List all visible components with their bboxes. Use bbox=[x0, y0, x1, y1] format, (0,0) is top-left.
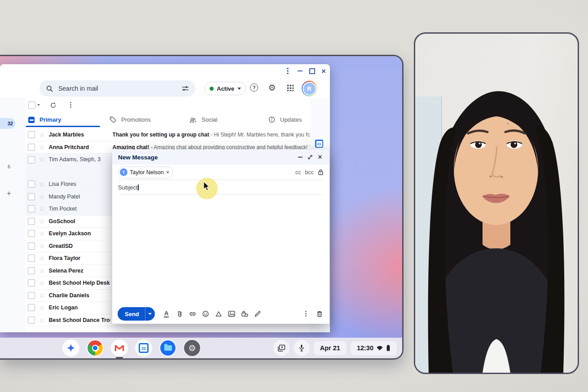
sidebar-inbox-count[interactable]: 32 bbox=[0, 118, 15, 129]
star-icon[interactable]: ☆ bbox=[39, 255, 45, 261]
calendar-app-icon[interactable]: 31 bbox=[135, 339, 152, 357]
calendar-rail-icon[interactable]: 31 bbox=[315, 140, 323, 148]
message-body-field[interactable] bbox=[112, 195, 329, 304]
star-icon[interactable]: ☆ bbox=[39, 194, 45, 200]
email-sender: Evelyn Jackson bbox=[49, 230, 110, 237]
more-options-icon[interactable] bbox=[302, 310, 309, 317]
insert-link-icon[interactable] bbox=[189, 310, 196, 317]
send-options-icon[interactable] bbox=[145, 307, 155, 321]
compose-close-icon[interactable]: × bbox=[315, 152, 325, 162]
help-icon[interactable]: ? bbox=[250, 83, 259, 92]
insert-emoji-icon[interactable] bbox=[202, 310, 209, 317]
insert-signature-icon[interactable] bbox=[254, 310, 261, 317]
tab-social[interactable]: Social bbox=[180, 112, 259, 127]
window-close-icon[interactable]: × bbox=[320, 67, 328, 75]
date-pill[interactable]: Apr 21 bbox=[314, 341, 347, 355]
wifi-icon bbox=[376, 345, 383, 351]
sidebar-add-label-button[interactable]: + bbox=[0, 189, 18, 198]
star-icon[interactable]: ☆ bbox=[39, 317, 45, 323]
email-row[interactable]: ☆ Jack Marbles Thank you for setting up … bbox=[26, 129, 310, 141]
sidebar-label-count: 6 bbox=[0, 164, 18, 169]
remove-recipient-icon[interactable]: × bbox=[166, 169, 170, 175]
email-checkbox[interactable] bbox=[28, 131, 35, 138]
apps-grid-icon[interactable] bbox=[285, 83, 294, 92]
formatting-options-icon[interactable]: A bbox=[163, 310, 170, 317]
insert-from-drive-icon[interactable] bbox=[215, 310, 222, 317]
refresh-icon[interactable] bbox=[50, 102, 57, 109]
star-icon[interactable]: ☆ bbox=[39, 292, 45, 299]
compose-minimize-icon[interactable] bbox=[295, 152, 305, 162]
chromeos-screen: × Search in mail Active ? ⚙ R 32 6 + bbox=[0, 55, 404, 360]
subject-field[interactable]: Subject bbox=[118, 180, 324, 195]
more-options-icon[interactable] bbox=[67, 102, 74, 108]
recipient-chip[interactable]: T Taylor Nelson × bbox=[118, 167, 173, 178]
tab-promotions[interactable]: Promotions bbox=[100, 112, 180, 127]
star-icon[interactable]: ☆ bbox=[39, 243, 45, 249]
gmail-app-icon[interactable] bbox=[111, 339, 128, 357]
account-avatar[interactable]: R bbox=[302, 81, 317, 96]
search-input[interactable]: Search in mail bbox=[39, 80, 195, 97]
compose-popout-icon[interactable] bbox=[305, 152, 315, 162]
star-icon[interactable]: ☆ bbox=[39, 181, 45, 187]
email-checkbox[interactable] bbox=[28, 317, 35, 324]
settings-app-icon[interactable]: ⚙ bbox=[184, 339, 201, 357]
email-checkbox[interactable] bbox=[28, 230, 35, 237]
star-icon[interactable]: ☆ bbox=[39, 304, 45, 311]
email-checkbox[interactable] bbox=[28, 218, 35, 225]
email-checkbox[interactable] bbox=[28, 205, 35, 212]
tab-primary[interactable]: Primary bbox=[26, 112, 100, 127]
star-icon[interactable]: ☆ bbox=[39, 156, 45, 163]
compose-header[interactable]: New Message × bbox=[112, 150, 329, 165]
list-toolbar bbox=[26, 98, 310, 112]
status-tray[interactable]: 12:30 bbox=[351, 341, 397, 355]
attach-file-icon[interactable] bbox=[176, 310, 183, 317]
email-checkbox[interactable] bbox=[28, 181, 35, 188]
recipients-row[interactable]: T Taylor Nelson × cc bcc bbox=[118, 165, 324, 180]
star-icon[interactable]: ☆ bbox=[39, 206, 45, 212]
browser-menu-icon[interactable] bbox=[284, 67, 292, 75]
email-sender: GreatISD bbox=[49, 243, 110, 249]
cc-toggle[interactable]: cc bbox=[295, 169, 301, 176]
window-minimize-icon[interactable] bbox=[296, 67, 304, 75]
screen-capture-button[interactable] bbox=[273, 340, 290, 356]
email-checkbox[interactable] bbox=[28, 242, 35, 250]
chrome-app-icon[interactable] bbox=[87, 339, 104, 357]
star-icon[interactable]: ☆ bbox=[39, 230, 45, 237]
star-icon[interactable]: ☆ bbox=[39, 132, 45, 138]
running-app-indicator bbox=[116, 357, 123, 358]
settings-gear-icon[interactable]: ⚙ bbox=[268, 83, 276, 92]
microphone-button[interactable] bbox=[294, 340, 310, 356]
bcc-toggle[interactable]: bcc bbox=[305, 169, 314, 176]
tag-icon bbox=[110, 116, 116, 123]
files-app-icon[interactable] bbox=[159, 339, 176, 357]
launcher-button[interactable] bbox=[62, 339, 79, 357]
email-checkbox[interactable] bbox=[28, 267, 35, 274]
email-checkbox[interactable] bbox=[28, 279, 35, 286]
star-icon[interactable]: ☆ bbox=[39, 280, 45, 286]
star-icon[interactable]: ☆ bbox=[39, 268, 45, 274]
chat-status-chip[interactable]: Active bbox=[204, 82, 246, 95]
email-checkbox[interactable] bbox=[28, 255, 35, 262]
star-icon[interactable]: ☆ bbox=[39, 218, 45, 225]
lock-icon bbox=[318, 169, 324, 176]
window-maximize-icon[interactable] bbox=[308, 67, 316, 75]
info-icon bbox=[268, 116, 275, 123]
tab-updates[interactable]: Updates bbox=[259, 112, 310, 127]
confidential-mode-icon[interactable] bbox=[241, 310, 248, 317]
search-filter-icon[interactable] bbox=[182, 85, 189, 92]
email-checkbox[interactable] bbox=[28, 292, 35, 299]
send-button[interactable]: Send bbox=[118, 307, 155, 321]
email-checkbox[interactable] bbox=[28, 193, 35, 200]
select-all-checkbox[interactable] bbox=[28, 101, 40, 109]
microphone-icon bbox=[298, 344, 305, 352]
chevron-down-icon bbox=[237, 88, 241, 90]
discard-draft-icon[interactable] bbox=[316, 310, 323, 317]
email-checkbox[interactable] bbox=[28, 304, 35, 311]
insert-photo-icon[interactable] bbox=[228, 310, 235, 317]
gmail-header: Search in mail Active ? ⚙ R bbox=[0, 77, 330, 98]
folder-icon bbox=[164, 345, 172, 351]
compose-toolbar: Send A bbox=[112, 304, 329, 324]
star-icon[interactable]: ☆ bbox=[39, 144, 45, 150]
email-checkbox[interactable] bbox=[28, 156, 35, 163]
email-checkbox[interactable] bbox=[28, 144, 35, 151]
